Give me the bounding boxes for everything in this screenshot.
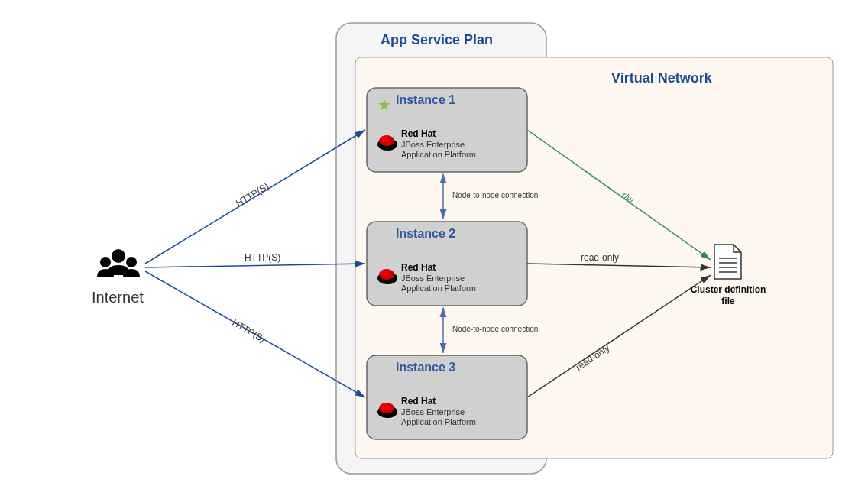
instance-3-product1: JBoss Enterprise [401, 407, 465, 417]
http-line-2 [145, 264, 365, 267]
file-icon [714, 245, 741, 279]
architecture-diagram: App Service Plan Virtual Network Interne… [0, 0, 868, 486]
file-label-1: Cluster definition [690, 284, 766, 295]
readonly-label-1: read-only [581, 252, 619, 263]
instance-2-product1: JBoss Enterprise [401, 274, 465, 284]
svg-point-12 [381, 270, 390, 276]
http-label-2: HTTP(S) [245, 252, 280, 263]
svg-point-2 [126, 257, 137, 267]
svg-point-15 [381, 403, 390, 410]
svg-point-0 [112, 249, 125, 263]
svg-point-9 [381, 136, 390, 142]
instance-3-product2: Application Platform [401, 417, 476, 427]
instance-1-product2: Application Platform [401, 150, 476, 160]
file-label-2: file [690, 296, 766, 306]
instance-3-title: Instance 3 [396, 361, 455, 374]
svg-point-1 [100, 257, 111, 267]
instance-2-title: Instance 2 [396, 227, 455, 241]
instance-1-vendor: Red Hat [401, 128, 436, 139]
instance-2-product2: Application Platform [401, 284, 476, 293]
app-service-plan-title: App Service Plan [381, 32, 493, 48]
instance-2-vendor: Red Hat [401, 262, 436, 273]
node-conn-label-2: Node-to-node connection [452, 325, 538, 333]
internet-label: Internet [92, 289, 144, 306]
instance-1-title: Instance 1 [396, 93, 455, 107]
instance-1-product1: JBoss Enterprise [401, 140, 465, 150]
node-conn-label-1: Node-to-node connection [452, 191, 538, 199]
people-icon [97, 249, 140, 277]
virtual-network-title: Virtual Network [611, 70, 712, 86]
instance-3-vendor: Red Hat [401, 396, 436, 407]
